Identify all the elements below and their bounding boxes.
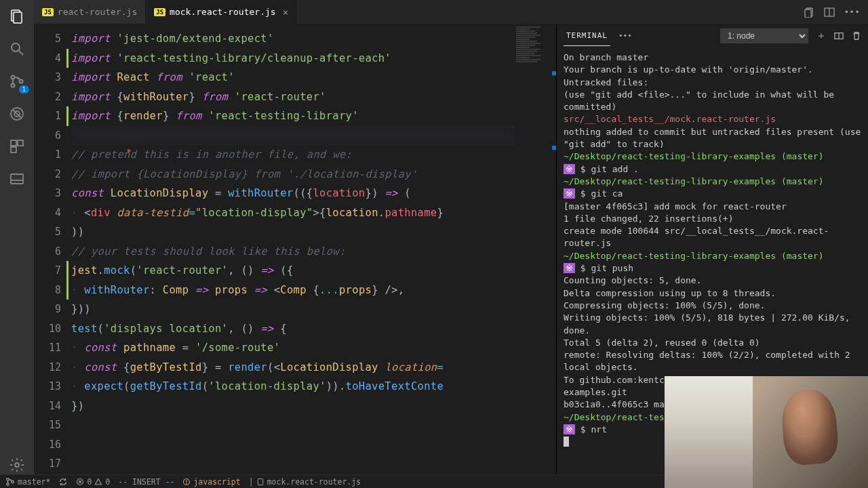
new-terminal-icon[interactable]: ＋ <box>816 30 826 42</box>
svg-line-3 <box>19 51 23 55</box>
scm-badge: 1 <box>19 85 29 94</box>
terminal-select[interactable]: 1: node <box>720 28 808 43</box>
tab-label: react-router.js <box>58 7 137 17</box>
more-icon[interactable]: ••• <box>844 7 860 17</box>
status-sync-icon[interactable] <box>58 477 68 487</box>
svg-point-6 <box>20 80 23 83</box>
svg-point-23 <box>7 483 9 485</box>
svg-rect-1 <box>14 12 22 23</box>
preview-icon[interactable] <box>804 7 814 18</box>
editor-tab[interactable]: JSmock.react-router.js× <box>146 0 297 24</box>
gear-icon[interactable] <box>7 455 26 474</box>
fold-arrow-icon[interactable]: ▶ <box>127 146 132 154</box>
status-mode: -- INSERT -- <box>118 477 174 487</box>
search-icon[interactable] <box>7 39 26 58</box>
js-icon: JS <box>154 8 165 16</box>
svg-rect-10 <box>11 140 16 146</box>
split-terminal-icon[interactable] <box>834 31 844 41</box>
svg-rect-31 <box>258 479 263 485</box>
explorer-icon[interactable] <box>7 7 26 26</box>
source-control-icon[interactable]: 1 <box>7 72 26 91</box>
activity-bar: 1 <box>0 0 34 474</box>
close-icon[interactable]: × <box>283 7 288 18</box>
minimap[interactable] <box>515 24 552 474</box>
editor-tabs: JSreact-router.jsJSmock.react-router.js× <box>34 0 795 24</box>
tab-label: mock.react-router.js <box>170 7 276 17</box>
svg-point-4 <box>12 76 15 79</box>
svg-point-2 <box>12 43 20 52</box>
svg-point-15 <box>15 463 19 467</box>
svg-rect-11 <box>18 140 23 146</box>
split-icon[interactable] <box>824 7 835 18</box>
js-icon: JS <box>42 8 54 16</box>
status-branch[interactable]: master* <box>5 477 50 487</box>
webcam-overlay <box>665 376 868 488</box>
panel-icon[interactable] <box>7 169 26 188</box>
svg-point-30 <box>186 483 187 484</box>
extensions-icon[interactable] <box>7 137 26 156</box>
svg-rect-13 <box>11 174 23 184</box>
debug-icon[interactable] <box>7 104 26 123</box>
terminal-title[interactable]: TERMINAL <box>564 26 610 46</box>
scroll-overview[interactable] <box>552 24 556 474</box>
svg-rect-17 <box>805 9 811 18</box>
status-problems[interactable]: 0 0 <box>76 477 110 487</box>
svg-point-22 <box>7 478 9 481</box>
svg-rect-12 <box>11 147 16 152</box>
kill-terminal-icon[interactable] <box>852 31 861 41</box>
terminal-more-icon[interactable]: ••• <box>618 31 632 40</box>
editor-tab[interactable]: JSreact-router.js <box>34 0 146 24</box>
svg-point-5 <box>12 84 15 87</box>
status-file[interactable]: | mock.react-router.js <box>249 477 361 487</box>
status-lang-warning[interactable]: javascript <box>182 477 240 487</box>
code-editor[interactable]: 5432161234567891011121314151617 ▶ import… <box>34 24 556 474</box>
terminal-cursor <box>564 436 569 447</box>
